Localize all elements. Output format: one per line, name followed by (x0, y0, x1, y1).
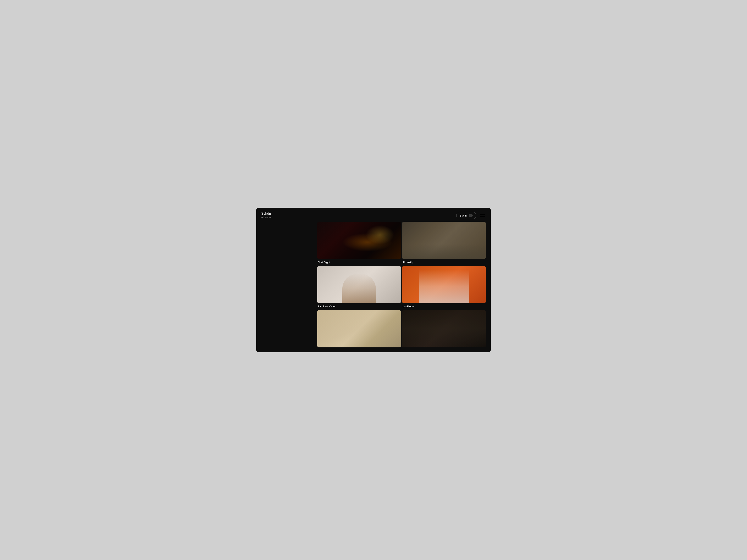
grid-item-bottom-left[interactable] (317, 310, 401, 347)
grid-item-inner (402, 310, 486, 347)
browser-window: Schön All works Say hi → First Sight (256, 208, 491, 352)
grid-item-inner: LesFleurs (402, 266, 486, 309)
works-grid: First Sight Akoustiq Far East Vision (312, 222, 491, 352)
grid-item-inner: Akoustiq (402, 222, 486, 265)
say-hi-label: Say hi (460, 214, 467, 217)
akoustiq-label: Akoustiq (402, 259, 486, 265)
header-right: Say hi → (456, 212, 486, 219)
overlay (317, 222, 401, 259)
bottom-right-image (402, 310, 486, 347)
first-sight-image (317, 222, 401, 259)
say-hi-button[interactable]: Say hi → (456, 212, 476, 219)
logo[interactable]: Schön (261, 212, 271, 215)
grid-item-bottom-right[interactable] (402, 310, 486, 347)
grid-item-far-east-vision[interactable]: Far East Vision (317, 266, 401, 309)
logo-area: Schön All works (261, 212, 271, 219)
grid-item-inner: First Sight (317, 222, 401, 265)
bottom-left-image (317, 310, 401, 347)
far-east-vision-label: Far East Vision (317, 303, 401, 309)
grid-item-inner (317, 310, 401, 347)
all-works-link[interactable]: All works (261, 216, 271, 219)
far-east-vision-image (317, 266, 401, 303)
grid-item-inner: Far East Vision (317, 266, 401, 309)
grid-item-first-sight[interactable]: First Sight (317, 222, 401, 265)
les-fleurs-image (402, 266, 486, 303)
grid-item-les-fleurs[interactable]: LesFleurs (402, 266, 486, 309)
arrow-icon: → (469, 214, 473, 217)
hamburger-line-1 (480, 215, 485, 215)
akoustiq-image (402, 222, 486, 259)
grid-item-akoustiq[interactable]: Akoustiq (402, 222, 486, 265)
header: Schön All works Say hi → (256, 208, 491, 222)
les-fleurs-label: LesFleurs (402, 303, 486, 309)
hamburger-menu[interactable] (480, 214, 486, 217)
overlay (402, 310, 486, 347)
hamburger-line-2 (480, 216, 485, 216)
first-sight-label: First Sight (317, 259, 401, 265)
overlay (402, 222, 486, 259)
